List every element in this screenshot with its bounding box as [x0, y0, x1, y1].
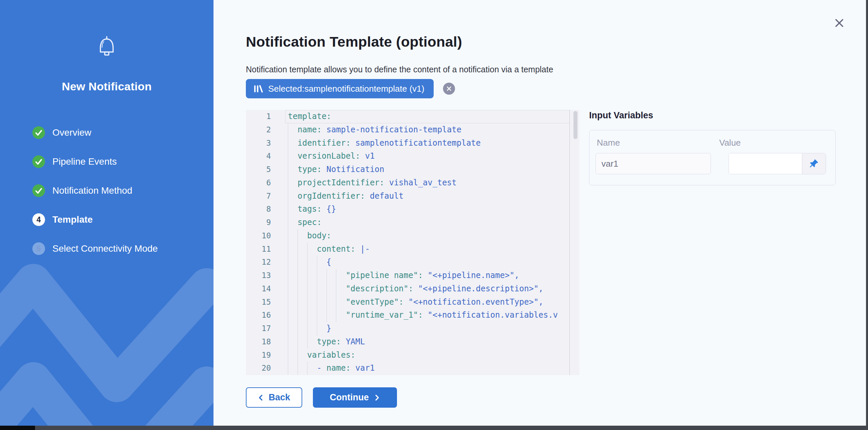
editor-line: 9spec:	[246, 216, 580, 229]
close-dialog-button[interactable]	[832, 16, 847, 31]
editor-ruler-line	[569, 110, 570, 375]
editor-line: 12{	[246, 256, 580, 269]
remove-template-button[interactable]	[443, 83, 455, 95]
selected-template-row: Selected:samplenotificationtemplate (v1)	[246, 79, 455, 98]
editor-line: 10body:	[246, 229, 580, 243]
editor-line: 18type: YAML	[246, 335, 580, 349]
step-done-check-icon	[32, 155, 45, 168]
step-label: Template	[52, 214, 93, 225]
back-button-label: Back	[269, 392, 290, 403]
editor-line: 13"pipeline name": "<+pipeline.name>",	[246, 269, 580, 282]
page-title: Notification Template (optional)	[246, 34, 462, 50]
editor-line: 20- name: var1	[246, 362, 580, 375]
step-done-check-icon	[32, 126, 45, 139]
continue-button-label: Continue	[330, 392, 369, 403]
editor-line: 4versionLabel: v1	[246, 150, 580, 163]
close-icon	[833, 17, 845, 29]
continue-button[interactable]: Continue	[313, 387, 397, 408]
editor-line: 6projectIdentifier: vishal_av_test	[246, 176, 580, 190]
selected-template-label: Selected:samplenotificationtemplate (v1)	[268, 84, 424, 94]
editor-line: 19variables:	[246, 349, 580, 362]
new-notification-dialog: New Notification Overview Pipeline Event…	[0, 0, 866, 426]
step-overview[interactable]: Overview	[32, 126, 158, 139]
editor-line: 17}	[246, 322, 580, 335]
name-column-label: Name	[597, 138, 620, 148]
page-description: Notification template allows you to defi…	[246, 65, 553, 74]
variable-value-group	[728, 153, 826, 174]
editor-line: 11content: |-	[246, 243, 580, 256]
input-variables-card: Name Value	[589, 130, 836, 185]
back-button[interactable]: Back	[246, 387, 302, 408]
step-notification-method[interactable]: Notification Method	[32, 184, 158, 197]
yaml-editor[interactable]: 1template:2name: sample-notification-tem…	[246, 110, 580, 375]
chevron-left-icon	[258, 394, 264, 401]
step-label: Select Connectivity Mode	[52, 243, 158, 254]
step-select-connectivity-mode[interactable]: 5 Select Connectivity Mode	[32, 242, 158, 255]
backdrop-corner	[0, 426, 35, 430]
step-done-check-icon	[32, 184, 45, 197]
pin-icon	[809, 159, 819, 169]
pin-value-type-button[interactable]	[802, 153, 826, 174]
editor-line: 3identifier: samplenotificationtemplate	[246, 137, 580, 150]
editor-line: 7orgIdentifier: default	[246, 190, 580, 203]
yaml-editor-lines: 1template:2name: sample-notification-tem…	[246, 110, 580, 375]
editor-line: 2name: sample-notification-template	[246, 123, 580, 137]
editor-line: 14"description": "<+pipeline.description…	[246, 282, 580, 296]
variable-name-input[interactable]	[595, 153, 711, 174]
template-library-icon	[254, 85, 263, 93]
step-label: Overview	[52, 127, 91, 138]
wizard-steps: Overview Pipeline Events Notification Me…	[32, 126, 158, 271]
step-number-badge: 4	[32, 213, 45, 226]
chevron-right-icon	[374, 394, 380, 401]
editor-line: 8tags: {}	[246, 203, 580, 216]
step-label: Notification Method	[52, 185, 132, 196]
wizard-sidebar: New Notification Overview Pipeline Event…	[0, 0, 214, 426]
editor-line: 15"eventType": "<+notification.eventType…	[246, 296, 580, 309]
wizard-title: New Notification	[0, 80, 214, 93]
step-pipeline-events[interactable]: Pipeline Events	[32, 155, 158, 168]
step-label: Pipeline Events	[52, 156, 117, 167]
step-number-badge: 5	[32, 242, 45, 255]
editor-line: 16"runtime_var_1": "<+notification.varia…	[246, 309, 580, 322]
bell-icon	[96, 35, 118, 60]
variable-value-input[interactable]	[729, 153, 802, 174]
value-column-label: Value	[719, 138, 741, 148]
editor-line: 5type: Notification	[246, 163, 580, 176]
remove-x-icon	[446, 86, 452, 91]
editor-scrollbar[interactable]	[574, 111, 578, 139]
editor-line: 1template:	[246, 110, 580, 123]
template-step-panel: Notification Template (optional) Notific…	[214, 0, 866, 426]
selected-template-chip[interactable]: Selected:samplenotificationtemplate (v1)	[246, 79, 434, 98]
input-variables-heading: Input Variables	[589, 110, 653, 121]
step-template[interactable]: 4 Template	[32, 213, 158, 226]
